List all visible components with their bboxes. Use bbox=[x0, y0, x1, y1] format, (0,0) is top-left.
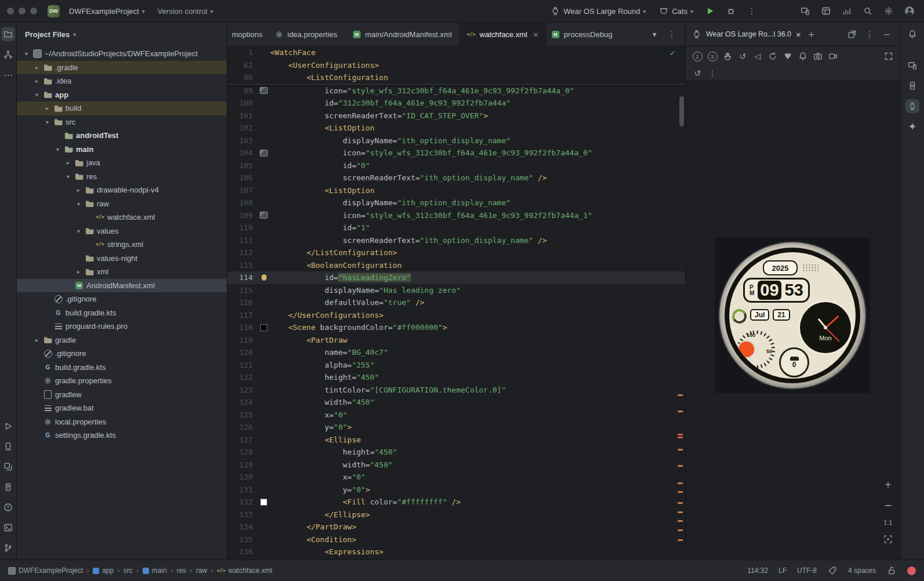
screen-record-icon[interactable] bbox=[826, 49, 840, 63]
device-screen[interactable]: 2025 P M 09 53 bbox=[715, 238, 870, 393]
code-line-127[interactable]: 127 <Ellipse bbox=[227, 434, 685, 446]
breadcrumb-item[interactable]: raw bbox=[196, 567, 207, 575]
chevron-expanded-icon[interactable]: ▾ bbox=[33, 92, 41, 98]
running-devices-icon[interactable] bbox=[905, 99, 919, 113]
tree-item[interactable]: ▾src bbox=[17, 115, 227, 129]
device-explorer-icon[interactable] bbox=[905, 79, 919, 93]
chevron-expanded-icon[interactable]: ▾ bbox=[64, 173, 72, 180]
run-tool-icon[interactable] bbox=[1, 419, 15, 433]
code-line-129[interactable]: 129 width="450" bbox=[227, 459, 685, 471]
code-line-128[interactable]: 128 height="450" bbox=[227, 446, 685, 459]
device-notifications-icon[interactable] bbox=[796, 49, 810, 63]
editor-tab-idea-properties[interactable]: idea.properties bbox=[267, 23, 345, 46]
panel-options-icon[interactable]: ⋮ bbox=[862, 27, 877, 42]
tree-item[interactable]: proguard-rules.pro bbox=[17, 319, 227, 333]
code-line-131[interactable]: 131 y="0"> bbox=[227, 484, 685, 496]
logcat-icon[interactable] bbox=[1, 480, 15, 494]
device-mirror-icon[interactable] bbox=[798, 3, 813, 19]
img-gutter-icon[interactable] bbox=[257, 87, 270, 94]
tree-item[interactable]: gradle.properties bbox=[17, 374, 227, 388]
wear-button-2[interactable]: 2 bbox=[705, 49, 719, 63]
chevron-expanded-icon[interactable]: ▾ bbox=[23, 50, 30, 57]
profiler-icon[interactable] bbox=[839, 3, 854, 19]
code-line-100[interactable]: 100 id="312c30bf_f64a_461e_9c93_992f2fb7… bbox=[227, 97, 685, 110]
code-line-111[interactable]: 111 screenReaderText="ith_option_display… bbox=[227, 234, 685, 247]
tree-item[interactable]: </>strings.xml bbox=[17, 238, 227, 252]
code-line-108[interactable]: 108 displayName="ith_option_display_name… bbox=[227, 197, 685, 209]
indent-style[interactable]: 4 spaces bbox=[848, 567, 876, 575]
chevron-collapsed-icon[interactable]: ▸ bbox=[75, 187, 82, 193]
tree-item[interactable]: ▾app bbox=[17, 88, 227, 102]
tree-item[interactable]: Gsettings.gradle.kts bbox=[17, 429, 227, 442]
code-line-62[interactable]: 62 <UserConfigurations> bbox=[227, 59, 685, 72]
code-line-110[interactable]: 110 id="1" bbox=[227, 221, 685, 234]
tree-item[interactable]: ▸.gradle bbox=[17, 61, 227, 75]
project-name-menu[interactable]: DWFExampleProject ▾ bbox=[66, 5, 148, 18]
project-panel-header[interactable]: Project Files ▾ bbox=[17, 23, 227, 46]
code-line-102[interactable]: 102 <ListOption bbox=[227, 122, 685, 135]
layout-inspector-icon[interactable] bbox=[818, 3, 834, 19]
file-encoding[interactable]: UTF-8 bbox=[797, 567, 817, 575]
more-actions-icon[interactable]: ⋮ bbox=[744, 3, 759, 19]
chevron-collapsed-icon[interactable]: ▸ bbox=[43, 105, 51, 111]
breadcrumb-item[interactable]: app bbox=[93, 567, 114, 575]
img-gutter-icon[interactable] bbox=[257, 212, 270, 219]
screenshot-icon[interactable] bbox=[811, 49, 825, 63]
editor-tab-watchface-xml[interactable]: </>watchface.xml× bbox=[459, 23, 546, 46]
device-manager-icon[interactable] bbox=[1, 440, 15, 453]
editor-tab-processdebug[interactable]: MprocessDebug bbox=[547, 23, 617, 46]
version-control-menu[interactable]: Version control ▾ bbox=[154, 5, 217, 18]
tree-item[interactable]: androidTest bbox=[17, 129, 227, 143]
open-in-window-icon[interactable] bbox=[845, 27, 860, 42]
tree-item[interactable]: Gbuild.gradle.kts bbox=[17, 306, 227, 320]
tree-item[interactable]: ▸.idea bbox=[17, 74, 227, 88]
lock-icon[interactable] bbox=[886, 565, 897, 576]
build-variants-icon[interactable] bbox=[1, 460, 15, 474]
code-line-101[interactable]: 101 screenReaderText="ID_CAT_STEP_OVER"> bbox=[227, 110, 685, 122]
breadcrumb-item[interactable]: DWFExampleProject bbox=[8, 567, 83, 575]
chevron-collapsed-icon[interactable]: ▸ bbox=[33, 337, 41, 343]
chevron-collapsed-icon[interactable]: ▸ bbox=[33, 64, 41, 71]
code-line-133[interactable]: 133 </Ellipse> bbox=[227, 509, 685, 521]
tree-item[interactable]: Gbuild.gradle.kts bbox=[17, 361, 227, 375]
tilt-icon[interactable]: ↺ bbox=[736, 49, 750, 63]
tab-list-chevron-icon[interactable]: ▾ bbox=[647, 27, 662, 42]
tree-item[interactable]: values-night bbox=[17, 252, 227, 266]
chevron-collapsed-icon[interactable]: ▸ bbox=[33, 78, 41, 84]
zoom-ratio[interactable]: 1:1 bbox=[883, 519, 892, 526]
code-line-121[interactable]: 121 alpha="255" bbox=[227, 359, 685, 372]
wear-button-1[interactable]: 1 bbox=[690, 49, 704, 63]
breadcrumb-item[interactable]: </>watchface.xml bbox=[217, 567, 272, 575]
reset-icon[interactable]: ↺ bbox=[690, 66, 704, 80]
img-gutter-icon[interactable] bbox=[257, 150, 270, 157]
editor-tab-moptions[interactable]: moptions bbox=[227, 23, 267, 46]
device-selector[interactable]: Wear OS Large Round ▾ bbox=[547, 3, 649, 19]
tree-item[interactable]: ▾raw bbox=[17, 197, 227, 211]
heart-rate-icon[interactable]: ♥ bbox=[781, 49, 795, 63]
running-device-tab[interactable]: Wear OS Large Ro...l 36.0 × bbox=[692, 29, 802, 39]
tree-item[interactable]: .gitignore bbox=[17, 292, 227, 306]
editor-tab-main-androidmanifest-xml[interactable]: Mmain/AndroidManifest.xml bbox=[345, 23, 460, 46]
run-configuration-selector[interactable]: Cats ▾ bbox=[655, 3, 697, 19]
tree-item[interactable]: gradlew.bat bbox=[17, 401, 227, 415]
zoom-out-icon[interactable]: − bbox=[881, 498, 896, 513]
code-line-123[interactable]: 123 tintColor="[CONFIGURATION.themeColor… bbox=[227, 384, 685, 397]
volume-icon[interactable] bbox=[766, 49, 780, 63]
breadcrumb-item[interactable]: main bbox=[143, 567, 167, 575]
device-more-icon[interactable]: ⋮ bbox=[705, 66, 719, 80]
minimize-window-button[interactable] bbox=[19, 8, 26, 14]
line-separator[interactable]: LF bbox=[779, 567, 787, 575]
code-line-106[interactable]: 106 screenReaderText="ith_option_display… bbox=[227, 172, 685, 184]
swatch-black-gutter-icon[interactable] bbox=[257, 324, 270, 331]
zoom-in-icon[interactable]: + bbox=[881, 477, 896, 492]
code-line-134[interactable]: 134 </PartDraw> bbox=[227, 521, 685, 533]
swatch-white-gutter-icon[interactable] bbox=[257, 499, 270, 506]
tree-item[interactable]: ▸java bbox=[17, 156, 227, 170]
avatar[interactable] bbox=[902, 3, 917, 19]
add-device-tab-icon[interactable]: + bbox=[804, 27, 819, 42]
code-line-105[interactable]: 105 id="0" bbox=[227, 159, 685, 172]
close-tab-icon[interactable]: × bbox=[533, 30, 539, 39]
code-line-118[interactable]: 118 <Scene backgroundColor="#ff000000"> bbox=[227, 321, 685, 334]
code-line-112[interactable]: 112 </ListConfiguration> bbox=[227, 246, 685, 259]
inspection-ok-icon[interactable]: ✓ bbox=[670, 47, 676, 60]
